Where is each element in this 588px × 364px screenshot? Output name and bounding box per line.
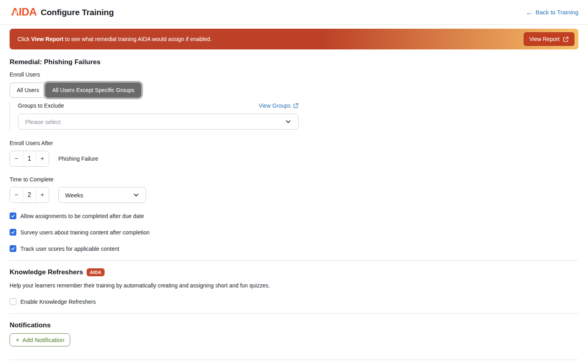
banner-message: Click View Report to see what remedial t… <box>18 36 212 42</box>
enroll-users-label: Enroll Users <box>10 71 578 78</box>
back-link-label: Back to Training <box>535 9 578 16</box>
lightbulb-icon <box>13 10 18 17</box>
checkbox-label: Allow assignments to be completed after … <box>20 213 144 219</box>
toggle-all-users-except-groups[interactable]: All Users Except Specific Groups <box>45 83 141 98</box>
checkbox-checked-icon <box>10 229 16 236</box>
checkbox-row-enable-knowledge-refreshers[interactable]: Enable Knowledge Refreshers <box>10 298 96 305</box>
time-unit-selected: Weeks <box>65 192 83 199</box>
section-divider <box>10 360 578 360</box>
checkbox-label: Survey users about training content afte… <box>20 229 150 236</box>
header-left: AIDA Configure Training <box>11 7 114 18</box>
stepper-increment-button[interactable]: + <box>36 187 49 203</box>
stepper-value: 1 <box>23 151 36 166</box>
view-groups-link-label: View Groups <box>259 102 291 109</box>
app-header: AIDA Configure Training ← Back to Traini… <box>0 0 588 25</box>
groups-to-exclude-section: Groups to Exclude View Groups Please sel… <box>10 101 299 130</box>
view-report-button[interactable]: View Report <box>524 32 574 46</box>
external-link-icon <box>563 36 569 42</box>
checkbox-row-track-scores[interactable]: Track user scores for applicable content <box>10 245 119 252</box>
checkbox-label: Track user scores for applicable content <box>20 246 119 252</box>
section-divider <box>10 260 578 261</box>
knowledge-refreshers-heading: Knowledge Refreshers AIDA <box>10 268 578 276</box>
stepper-increment-button[interactable]: + <box>36 151 49 166</box>
external-link-icon <box>293 103 299 108</box>
section-divider <box>10 313 578 314</box>
chevron-down-icon <box>133 192 139 198</box>
time-to-complete-label: Time to Complete <box>10 176 578 183</box>
add-notification-label: Add Notification <box>22 336 64 343</box>
checkbox-checked-icon <box>10 245 16 252</box>
view-groups-link[interactable]: View Groups <box>259 102 299 109</box>
back-arrow-icon: ← <box>525 9 533 16</box>
checkbox-checked-icon <box>10 212 16 219</box>
view-report-button-label: View Report <box>529 36 560 42</box>
remedial-section-title: Remedial: Phishing Failures <box>10 58 578 66</box>
checkbox-row-survey-users[interactable]: Survey users about training content afte… <box>10 229 150 236</box>
knowledge-refreshers-title: Knowledge Refreshers <box>10 268 83 276</box>
chevron-down-icon <box>285 118 291 125</box>
aida-logo: AIDA <box>11 7 37 18</box>
view-report-banner: Click View Report to see what remedial t… <box>10 29 578 49</box>
enroll-after-row: − 1 + Phishing Failure <box>10 151 578 167</box>
aida-badge: AIDA <box>87 268 105 276</box>
checkbox-unchecked-icon <box>10 298 16 305</box>
stepper-value: 2 <box>23 187 36 203</box>
stepper-decrement-button[interactable]: − <box>10 151 23 166</box>
main-content: Remedial: Phishing Failures Enroll Users… <box>0 58 588 360</box>
select-placeholder: Please select <box>25 118 61 125</box>
checkbox-label: Enable Knowledge Refreshers <box>20 299 96 305</box>
time-unit-select[interactable]: Weeks <box>58 187 146 203</box>
page-title: Configure Training <box>41 8 114 17</box>
time-stepper: − 2 + <box>10 187 49 203</box>
stepper-decrement-button[interactable]: − <box>10 187 23 203</box>
phishing-failure-stepper: − 1 + <box>10 151 49 167</box>
groups-to-exclude-select[interactable]: Please select <box>18 114 299 130</box>
back-to-training-link[interactable]: ← Back to Training <box>525 9 578 16</box>
toggle-all-users[interactable]: All Users <box>10 83 46 98</box>
groups-to-exclude-label: Groups to Exclude <box>18 102 64 109</box>
enroll-users-after-label: Enroll Users After <box>10 140 578 146</box>
plus-icon: + <box>16 336 20 343</box>
enroll-users-toggle-group: All Users All Users Except Specific Grou… <box>10 82 578 98</box>
knowledge-refreshers-description: Help your learners remember their traini… <box>10 282 578 289</box>
phishing-failure-unit-label: Phishing Failure <box>58 155 98 162</box>
time-to-complete-row: − 2 + Weeks <box>10 187 578 203</box>
notifications-title: Notifications <box>10 321 578 329</box>
add-notification-button[interactable]: + Add Notification <box>10 333 70 346</box>
checkbox-row-allow-late-completion[interactable]: Allow assignments to be completed after … <box>10 212 144 219</box>
